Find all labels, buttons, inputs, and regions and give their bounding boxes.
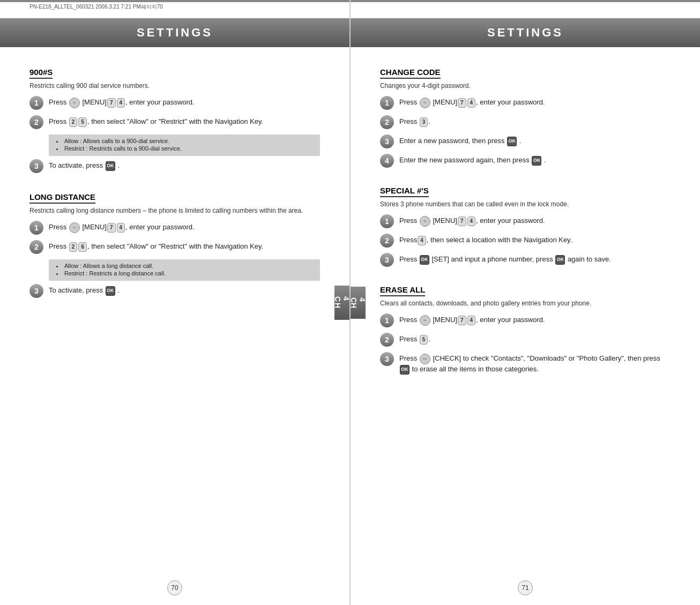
step-ea-2: 2 Press 5. <box>380 333 671 347</box>
tab-marker-right: CH4 <box>351 286 366 318</box>
key-4f: 4 <box>467 316 476 325</box>
section-change-code: CHANGE CODE Changes your 4-digit passwor… <box>380 58 671 168</box>
step-ea-num-2: 2 <box>380 333 394 347</box>
step-cc-num-4: 4 <box>380 154 394 168</box>
ok-key-1: OK <box>106 161 115 171</box>
step-ea-3: 3 Press ··· [CHECK] to check "Contacts",… <box>380 352 671 375</box>
key-4c: 4 <box>467 98 476 108</box>
step-cc-4: 4 Enter the new password again, then pre… <box>380 154 671 168</box>
info-item-ld-2: Restrict : Restricts a long distance cal… <box>56 270 315 277</box>
step-cc-num-3: 3 <box>380 135 394 148</box>
step-ld-num-3: 3 <box>29 284 43 298</box>
key-7e: 7 <box>458 316 466 325</box>
key-5a: 5 <box>78 117 87 127</box>
ok-key-4: OK <box>532 156 541 166</box>
step-ea-1: 1 Press ·· [MENU]74, enter your password… <box>380 313 671 327</box>
step-cc-content-1: Press ·· [MENU]74, enter your password. <box>399 96 545 108</box>
info-box-900s: Allow : Allows calls to a 900-dial servi… <box>49 135 320 156</box>
step-content-2: Press 25, then select "Allow" or "Restri… <box>49 115 263 127</box>
step-900s-1: 1 Press ·· [MENU]74, enter your password… <box>29 96 320 110</box>
menu-key-icon-4: ·· <box>420 216 430 227</box>
tab-label-left: CH4 <box>333 296 351 309</box>
menu-key-icon: ·· <box>69 98 80 108</box>
section-900s-desc: Restricts calling 900 dial service numbe… <box>29 82 320 89</box>
right-content: CHANGE CODE Changes your 4-digit passwor… <box>351 47 700 605</box>
key-5b: 5 <box>420 335 428 345</box>
file-info: PN-E218_ALLTEL_060321 2006.3.21 7:21 PM페… <box>29 3 163 11</box>
step-content-3: To activate, press OK . <box>49 159 120 171</box>
menu-key-icon-2: ·· <box>69 222 80 233</box>
step-ld-content-3: To activate, press OK . <box>49 284 120 296</box>
step-ld-content-1: Press ·· [MENU]74, enter your password. <box>49 221 195 233</box>
step-sp-num-2: 2 <box>380 234 394 248</box>
section-sp-title: SPECIAL #'S <box>380 186 429 197</box>
step-cc-content-4: Enter the new password again, then press… <box>399 154 546 166</box>
key-7d: 7 <box>458 216 466 226</box>
info-item-ld-1: Allow : Allows a long distance call. <box>56 263 315 269</box>
ok-key-5: OK <box>420 255 429 265</box>
step-cc-num-2: 2 <box>380 115 394 129</box>
step-900s-2: 2 Press 25, then select "Allow" or "Rest… <box>29 115 320 129</box>
step-sp-content-1: Press ·· [MENU]74, enter your password. <box>399 214 545 227</box>
key-2b: 2 <box>69 242 78 252</box>
section-erase-all: ERASE ALL Clears all contacts, downloads… <box>380 275 671 375</box>
step-sp-1: 1 Press ·· [MENU]74, enter your password… <box>380 214 671 228</box>
section-cc-desc: Changes your 4-digit password. <box>380 82 671 89</box>
step-num-2: 2 <box>29 115 43 129</box>
tab-label-right: CH4 <box>349 297 367 308</box>
step-sp-2: 2 Press4, then select a location with th… <box>380 234 671 248</box>
tab-marker-left: CH4 <box>334 285 349 319</box>
step-cc-2: 2 Press 3. <box>380 115 671 129</box>
page-number-right: 71 <box>518 580 533 595</box>
key-3a: 3 <box>420 117 428 127</box>
ok-key-6: OK <box>555 255 565 265</box>
key-6a: 6 <box>78 242 87 252</box>
menu-key-icon-5: ·· <box>420 315 430 326</box>
step-sp-num-3: 3 <box>380 253 394 267</box>
step-num-1: 1 <box>29 96 43 110</box>
section-ea-desc: Clears all contacts, downloads, and phot… <box>380 300 671 307</box>
step-cc-content-3: Enter a new password, then press OK . <box>399 135 521 146</box>
step-ld-3: 3 To activate, press OK . <box>29 284 320 298</box>
step-sp-num-1: 1 <box>380 214 394 228</box>
key-4e: 4 <box>418 236 426 245</box>
section-cc-title: CHANGE CODE <box>380 68 441 79</box>
left-content: 900#S Restricts calling 900 dial service… <box>0 47 349 605</box>
section-special: SPECIAL #'S Stores 3 phone numbers that … <box>380 176 671 267</box>
check-key-icon: ··· <box>420 354 430 364</box>
step-sp-content-3: Press OK [SET] and input a phone number,… <box>399 253 611 265</box>
step-ea-num-1: 1 <box>380 313 394 327</box>
step-sp-content-2: Press4, then select a location with the … <box>399 234 572 245</box>
section-ld-desc: Restricts calling long distance numbers … <box>29 207 320 214</box>
right-page: SETTINGS CHANGE CODE Changes your 4-digi… <box>350 0 700 605</box>
right-header: SETTINGS <box>351 18 700 47</box>
info-item-1: Allow : Allows calls to a 900-dial servi… <box>56 138 315 144</box>
step-ea-content-1: Press ·· [MENU]74, enter your password. <box>399 313 545 326</box>
key-7c: 7 <box>458 98 466 108</box>
step-ld-num-1: 1 <box>29 221 43 235</box>
page-number-left: 70 <box>167 580 182 595</box>
key-7b: 7 <box>107 223 116 233</box>
step-cc-3: 3 Enter a new password, then press OK . <box>380 135 671 148</box>
left-header: SETTINGS <box>0 18 349 47</box>
info-box-ld: Allow : Allows a long distance call. Res… <box>49 259 320 281</box>
menu-key-icon-3: ·· <box>420 98 430 108</box>
step-content-1: Press ·· [MENU]74, enter your password. <box>49 96 195 108</box>
step-cc-content-2: Press 3. <box>399 115 430 127</box>
step-ea-content-2: Press 5. <box>399 333 430 345</box>
key-4b: 4 <box>117 223 125 233</box>
ok-key-3: OK <box>507 137 517 146</box>
step-cc-1: 1 Press ·· [MENU]74, enter your password… <box>380 96 671 110</box>
section-900s: 900#S Restricts calling 900 dial service… <box>29 58 320 173</box>
step-900s-3: 3 To activate, press OK . <box>29 159 320 173</box>
info-item-2: Restrict : Restricts calls to a 900-dial… <box>56 145 315 152</box>
key-4d: 4 <box>467 216 476 226</box>
left-page: PN-E218_ALLTEL_060321 2006.3.21 7:21 PM페… <box>0 0 350 605</box>
step-ld-2: 2 Press 26, then select "Allow" or "Rest… <box>29 240 320 254</box>
section-ld-title: LONG DISTANCE <box>29 192 95 204</box>
step-sp-3: 3 Press OK [SET] and input a phone numbe… <box>380 253 671 267</box>
step-ld-1: 1 Press ·· [MENU]74, enter your password… <box>29 221 320 235</box>
step-num-3: 3 <box>29 159 43 173</box>
key-4a: 4 <box>117 98 125 108</box>
step-ld-num-2: 2 <box>29 240 43 254</box>
